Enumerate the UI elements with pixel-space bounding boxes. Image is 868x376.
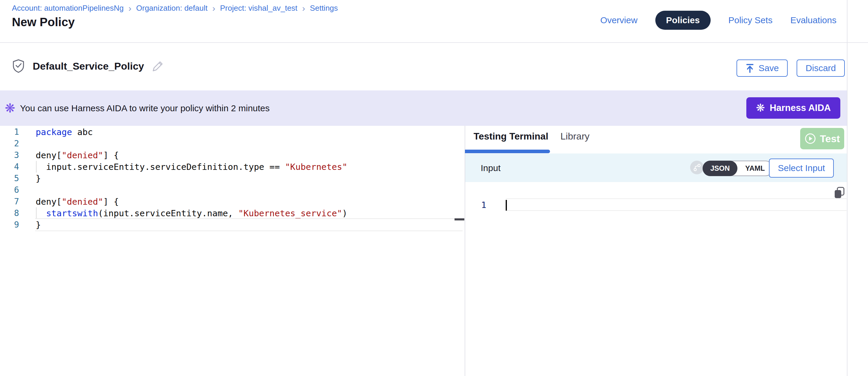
nav-tab-overview[interactable]: Overview — [600, 15, 638, 25]
overview-ruler-cursor-marker — [455, 218, 464, 220]
content-right-border — [847, 0, 847, 376]
aida-flower-icon: ❋ — [5, 102, 15, 115]
upload-icon — [745, 63, 754, 73]
policy-code-editor[interactable]: 1package abc23deny["denied"] {4input.ser… — [0, 126, 465, 230]
code-line-number: 1 — [0, 127, 27, 137]
tab-library[interactable]: Library — [560, 131, 590, 142]
nav-tab-policy-sets[interactable]: Policy Sets — [728, 15, 773, 25]
test-label: Test — [820, 133, 840, 145]
format-option-yaml[interactable]: YAML — [737, 164, 773, 173]
code-line-text: input.serviceEntity.serviceDefinition.ty… — [27, 162, 347, 172]
discard-label: Discard — [806, 63, 836, 73]
code-line-number: 5 — [0, 174, 27, 183]
code-line[interactable]: 4input.serviceEntity.serviceDefinition.t… — [0, 161, 465, 173]
breadcrumb-account[interactable]: Account: automationPipelinesNg — [12, 4, 124, 13]
code-line-number: 2 — [0, 138, 27, 149]
code-line[interactable]: 9} — [0, 219, 465, 230]
code-line-text: package abc — [27, 127, 93, 137]
code-line-number: 9 — [0, 220, 27, 230]
code-line[interactable]: 1package abc — [0, 126, 465, 138]
chevron-right-icon: › — [128, 4, 131, 12]
nav-tab-evaluations[interactable]: Evaluations — [790, 15, 836, 25]
test-button[interactable]: Test — [800, 128, 844, 149]
code-line[interactable]: 3deny["denied"] { — [0, 149, 465, 161]
chevron-right-icon: › — [302, 4, 305, 12]
code-line-text: } — [27, 174, 41, 184]
shield-check-icon — [12, 59, 25, 73]
active-tab-indicator — [465, 150, 550, 153]
select-input-label: Select Input — [778, 163, 825, 173]
code-line-number: 4 — [0, 162, 27, 171]
copy-icon[interactable] — [833, 186, 846, 199]
select-input-button[interactable]: Select Input — [769, 159, 834, 178]
save-label: Save — [758, 63, 779, 73]
branch-icon[interactable] — [690, 161, 704, 174]
play-circle-icon — [804, 133, 816, 145]
code-line[interactable]: 6 — [0, 184, 465, 196]
discard-button[interactable]: Discard — [797, 60, 845, 77]
aida-button-label: Harness AIDA — [770, 103, 831, 113]
code-line-text: deny["denied"] { — [27, 150, 119, 160]
harness-aida-button[interactable]: ❋ Harness AIDA — [746, 97, 840, 119]
policy-editor-page: Account: automationPipelinesNg › Organiz… — [0, 0, 868, 376]
code-line[interactable]: 2 — [0, 138, 465, 149]
toolbar-actions: Save Discard — [737, 60, 845, 77]
text-cursor — [506, 200, 507, 211]
nav-tab-policies[interactable]: Policies — [655, 11, 710, 30]
aida-banner-message: You can use Harness AIDA to write your p… — [20, 103, 270, 113]
breadcrumb-project[interactable]: Project: vishal_av_test — [220, 4, 298, 13]
governance-nav: Overview Policies Policy Sets Evaluation… — [600, 11, 836, 30]
code-line-number: 3 — [0, 150, 27, 160]
breadcrumb: Account: automationPipelinesNg › Organiz… — [12, 4, 338, 13]
input-editor[interactable] — [506, 198, 846, 211]
page-header: Account: automationPipelinesNg › Organiz… — [0, 0, 868, 43]
format-toggle: JSON YAML — [703, 161, 773, 176]
code-line[interactable]: 5} — [0, 173, 465, 184]
breadcrumb-settings[interactable]: Settings — [310, 4, 338, 13]
code-line-text: } — [27, 220, 41, 230]
input-line-number: 1 — [466, 200, 488, 210]
edit-pencil-icon[interactable] — [152, 60, 164, 72]
code-line-number: 7 — [0, 197, 27, 207]
code-line-text: startswith(input.serviceEntity.name, "Ku… — [27, 208, 347, 218]
save-button[interactable]: Save — [737, 60, 788, 77]
code-line[interactable]: 7deny["denied"] { — [0, 196, 465, 207]
input-label: Input — [481, 163, 501, 173]
code-line-number: 8 — [0, 208, 27, 218]
aida-flower-icon: ❋ — [756, 102, 765, 114]
page-title: New Policy — [12, 15, 75, 29]
code-line-number: 6 — [0, 185, 27, 195]
chevron-right-icon: › — [212, 4, 215, 12]
code-line[interactable]: 8startswith(input.serviceEntity.name, "K… — [0, 207, 465, 219]
breadcrumb-organization[interactable]: Organization: default — [136, 4, 208, 13]
policy-title-row: Default_Service_Policy — [12, 59, 164, 73]
code-line-text: deny["denied"] { — [27, 197, 119, 207]
format-option-json[interactable]: JSON — [703, 161, 737, 176]
policy-name: Default_Service_Policy — [33, 60, 144, 72]
aida-banner: ❋ You can use Harness AIDA to write your… — [0, 90, 847, 126]
tab-testing-terminal[interactable]: Testing Terminal — [473, 131, 548, 142]
